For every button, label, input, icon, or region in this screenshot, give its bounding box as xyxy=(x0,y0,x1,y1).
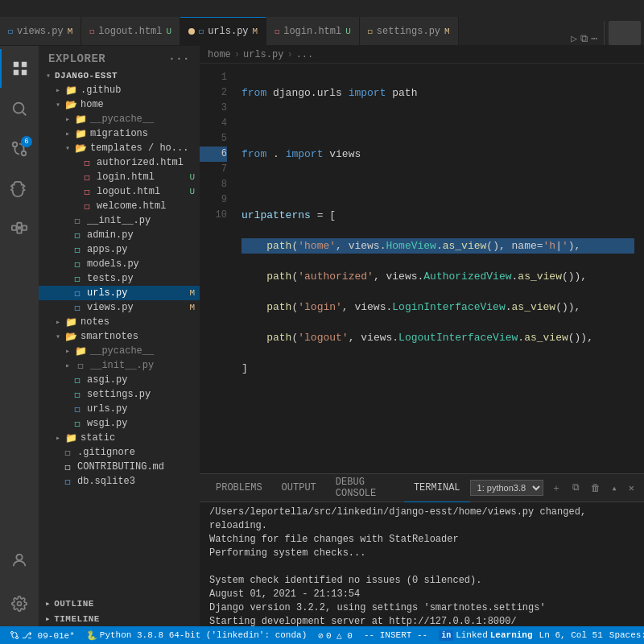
tree-contributing[interactable]: ◻ CONTRIBUTING.md xyxy=(39,460,200,474)
tab-views-label: views.py xyxy=(17,26,64,37)
py-file-icon: ◻ xyxy=(71,301,84,314)
tree-github[interactable]: ▸ 📁 .github xyxy=(39,83,200,97)
activity-search[interactable] xyxy=(0,89,39,128)
panel-tab-terminal[interactable]: TERMINAL xyxy=(404,474,470,502)
tree-apps-py[interactable]: ◻ apps.py xyxy=(39,242,200,257)
code-content[interactable]: from django.urls import path from . impo… xyxy=(233,64,634,473)
status-spaces[interactable]: Spaces: 4 xyxy=(606,630,644,640)
breadcrumb: home › urls.py › ... xyxy=(200,46,644,64)
status-errors[interactable]: ⊘ 0 △ 0 xyxy=(315,626,356,644)
panel-tab-problems[interactable]: PROBLEMS xyxy=(206,474,272,502)
tree-arrow xyxy=(74,171,80,184)
split-editor-icon[interactable]: ⧉ xyxy=(580,33,588,45)
tree-label: welcome.html xyxy=(97,200,200,212)
tree-smartnotes-urls[interactable]: ◻ urls.py xyxy=(39,402,200,416)
tree-arrow: ▸ xyxy=(61,127,74,140)
tree-admin-py[interactable]: ◻ admin.py xyxy=(39,228,200,242)
py-file-icon: ◻ xyxy=(74,359,87,372)
py-file-icon: ◻ xyxy=(71,417,84,430)
tree-templates[interactable]: ▾ 📂 templates / ho... xyxy=(39,141,200,155)
activity-explorer[interactable] xyxy=(0,49,39,88)
more-actions-icon[interactable]: ⋯ xyxy=(591,32,597,45)
tab-login[interactable]: ◻ login.html U xyxy=(266,17,360,45)
panel-add-icon[interactable]: ＋ xyxy=(548,480,564,497)
tree-welcome-html[interactable]: ◻ welcome.html xyxy=(39,199,200,213)
terminal-content[interactable]: /Users/leportella/src/linkedin/django-es… xyxy=(200,502,644,626)
tree-settings-py[interactable]: ◻ settings.py xyxy=(39,387,200,402)
breadcrumb-urls[interactable]: urls.py xyxy=(243,49,283,60)
line-numbers: 1 2 3 4 5 6 7 8 9 10 xyxy=(200,64,233,473)
linkedin-badge: in xyxy=(439,630,453,641)
folder-icon: 📁 xyxy=(74,113,87,126)
panel-tab-debug[interactable]: DEBUG CONSOLE xyxy=(326,474,404,502)
tree-db-sqlite3[interactable]: ◻ db.sqlite3 xyxy=(39,474,200,489)
html-file-icon: ◻ xyxy=(80,171,93,184)
breadcrumb-more[interactable]: ... xyxy=(296,49,314,60)
breadcrumb-home[interactable]: home xyxy=(208,49,231,60)
sidebar-more-icon[interactable]: ··· xyxy=(168,52,190,65)
tree-asgi-py[interactable]: ◻ asgi.py xyxy=(39,373,200,387)
outline-section[interactable]: ▸ OUTLINE xyxy=(39,596,200,611)
status-insert: -- INSERT -- xyxy=(361,626,431,644)
py-file-icon: ◻ xyxy=(71,258,84,270)
tab-settings[interactable]: ◻ settings.py M xyxy=(360,17,459,45)
tree-wsgi-py[interactable]: ◻ wsgi.py xyxy=(39,416,200,431)
panel-maximize-icon[interactable]: ▴ xyxy=(609,481,621,496)
tree-login-html[interactable]: ◻ login.html U xyxy=(39,170,200,184)
tree-init-py[interactable]: ◻ __init__.py xyxy=(39,213,200,228)
status-position[interactable]: Ln 6, Col 51 xyxy=(536,630,606,640)
tree-django-esst[interactable]: ▾ DJANGO-ESST xyxy=(39,68,200,83)
tree-home[interactable]: ▾ 📂 home xyxy=(39,97,200,112)
tree-logout-html[interactable]: ◻ logout.html U xyxy=(39,184,200,199)
html-file-icon: ◻ xyxy=(80,200,93,213)
activity-debug[interactable] xyxy=(0,170,39,208)
terminal-selector[interactable]: 1: python3.8 xyxy=(470,480,543,496)
activity-source-control[interactable]: 6 xyxy=(0,130,39,168)
activity-extensions[interactable] xyxy=(0,210,39,249)
tree-migrations[interactable]: ▸ 📁 migrations xyxy=(39,126,200,141)
timeline-section[interactable]: ▸ TIMELINE xyxy=(39,611,200,626)
tree-pycache[interactable]: ▸ 📁 __pycache__ xyxy=(39,112,200,126)
activity-accounts[interactable] xyxy=(0,541,39,580)
folder-icon: 📁 xyxy=(74,127,87,140)
tree-static[interactable]: ▸ 📁 static xyxy=(39,431,200,445)
activity-bar: 6 xyxy=(0,46,39,626)
md-file-icon: ◻ xyxy=(61,460,74,473)
html-file-icon: ◻ xyxy=(80,185,93,198)
tree-views-py[interactable]: ◻ views.py M xyxy=(39,300,200,315)
panel-close-icon[interactable]: ✕ xyxy=(625,481,638,496)
python-label: Python 3.8.8 64-bit ('linkedin': conda) xyxy=(100,630,307,640)
tree-label: __init__.py xyxy=(90,360,200,371)
tab-views[interactable]: ◻ views.py M xyxy=(0,17,81,45)
folder-icon: 📁 xyxy=(64,431,77,444)
tab-logout[interactable]: ◻ logout.html U xyxy=(81,17,180,45)
panel-split-icon[interactable]: ⧉ xyxy=(569,481,583,495)
activity-settings[interactable] xyxy=(0,584,39,623)
panel-trash-icon[interactable]: 🗑 xyxy=(588,481,604,496)
tree-notes[interactable]: ▸ 📁 notes xyxy=(39,315,200,329)
status-git-branch[interactable]: ⎇ 09-01e* xyxy=(6,626,78,644)
py-file-icon: ◻ xyxy=(71,229,84,242)
run-icon[interactable]: ▷ xyxy=(571,32,577,45)
tree-label: apps.py xyxy=(87,244,200,255)
panel: PROBLEMS OUTPUT DEBUG CONSOLE TERMINAL 1… xyxy=(200,473,644,626)
tab-urls[interactable]: ◻ urls.py M xyxy=(180,17,266,45)
tree-smartnotes[interactable]: ▾ 📂 smartnotes xyxy=(39,329,200,344)
tree-authorized-html[interactable]: ◻ authorized.html xyxy=(39,155,200,170)
status-python[interactable]: 🐍 Python 3.8.8 64-bit ('linkedin': conda… xyxy=(83,626,310,644)
svg-rect-4 xyxy=(12,225,17,230)
tree-urls-py[interactable]: ◻ urls.py M xyxy=(39,286,200,300)
panel-tab-output[interactable]: OUTPUT xyxy=(272,474,326,502)
file-tree: ▾ DJANGO-ESST ▸ 📁 .github ▾ 📂 home ▸ 📁 _… xyxy=(39,68,200,596)
tree-tests-py[interactable]: ◻ tests.py xyxy=(39,271,200,286)
scrollbar[interactable] xyxy=(634,64,644,473)
tree-arrow: ▸ xyxy=(52,316,64,328)
code-editor[interactable]: 1 2 3 4 5 6 7 8 9 10 from django.urls im… xyxy=(200,64,644,473)
tree-smartnotes-init[interactable]: ▸ ◻ __init__.py xyxy=(39,358,200,373)
tree-models-py[interactable]: ◻ models.py xyxy=(39,257,200,271)
tree-smartnotes-pycache[interactable]: ▸ 📁 __pycache__ xyxy=(39,344,200,358)
tree-arrow: ▾ xyxy=(42,69,55,82)
status-linkedin[interactable]: in Linked Learning xyxy=(436,630,535,641)
main-layout: 6 xyxy=(0,46,644,626)
tree-gitignore[interactable]: ◻ .gitignore xyxy=(39,445,200,460)
